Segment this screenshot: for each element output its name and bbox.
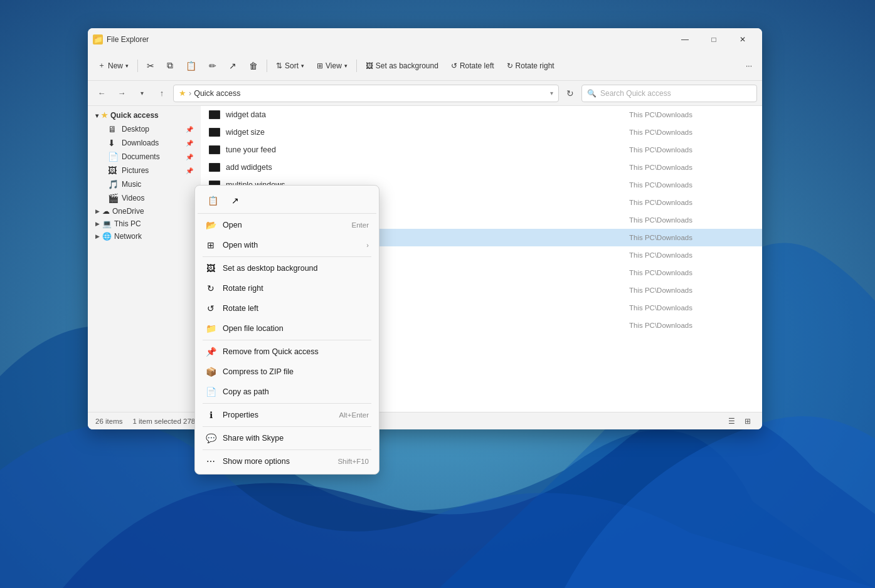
list-view-icon[interactable]: ☰ [724,414,738,428]
file-item[interactable]: widget sizeThis PC\Downloads [201,123,762,141]
file-item[interactable]: add wdidgetsThis PC\Downloads [201,159,762,176]
close-button[interactable]: ✕ [728,28,757,51]
ctx-separator [203,449,371,450]
delete-button[interactable]: 🗑 [244,56,263,76]
ctx-menu-item-remove-from-quick-access[interactable]: 📌Remove from Quick access [198,342,376,362]
paste-button[interactable]: 📋 [181,56,201,76]
cut-button[interactable]: ✂ [142,56,159,76]
refresh-icon: ↻ [566,88,574,98]
sidebar-item-downloads[interactable]: ⬇ Downloads 📌 [90,136,198,150]
ctx-menu-item-open-file-location[interactable]: 📁Open file location [198,318,376,339]
more-options-button[interactable]: ··· [741,56,757,76]
file-location: This PC\Downloads [629,216,755,224]
svg-rect-6 [209,146,220,154]
pictures-label: Pictures [122,166,149,175]
share-button[interactable]: ↗ [224,56,241,76]
file-icon [208,161,221,174]
maximize-button[interactable]: □ [699,28,728,51]
sidebar: ▾ ★ Quick access 🖥 Desktop 📌 ⬇ Downloads… [88,106,201,412]
ctx-menu-item-compress-to-zip-file[interactable]: 📦Compress to ZIP file [198,362,376,382]
sort-button[interactable]: ⇅ Sort ▾ [271,56,309,76]
share-icon: ↗ [229,61,236,71]
rotate-left-button[interactable]: ↺ Rotate left [446,56,499,76]
ctx-menu-item-properties[interactable]: ℹPropertiesAlt+Enter [198,405,376,425]
ctx-menu-item-open-with[interactable]: ⊞Open with› [198,235,376,255]
sidebar-onedrive[interactable]: ▶ ☁ OneDrive [90,205,198,218]
ctx-menu-item-show-more-options[interactable]: ⋯Show more optionsShift+F10 [198,451,376,471]
view-toggle: ☰ ⊞ [724,414,755,428]
svg-rect-4 [209,129,220,136]
sidebar-item-documents[interactable]: 📄 Documents 📌 [90,150,198,164]
ctx-item-label: Open with [223,241,258,249]
forward-button[interactable]: → [113,85,130,102]
view-button[interactable]: ⊞ View ▾ [312,56,353,76]
sidebar-thispc[interactable]: ▶ 💻 This PC [90,218,198,230]
quick-access-chevron: ▾ [95,112,98,119]
set-background-button[interactable]: 🖼 Set as background [361,56,443,76]
delete-icon: 🗑 [249,61,258,71]
ctx-item-label: Show more options [223,457,290,466]
set-bg-icon: 🖼 [366,61,373,70]
ctx-menu-item-rotate-left[interactable]: ↺Rotate left [198,298,376,318]
ctx-copy-button[interactable]: 📋 [203,191,223,211]
rotate-right-button[interactable]: ↻ Rotate right [502,56,559,76]
recent-button[interactable]: ▾ [133,85,151,102]
view-dropdown: ▾ [344,63,347,69]
refresh-button[interactable]: ↻ [561,85,579,102]
ctx-item-icon: 📦 [205,366,216,377]
new-label: New [108,61,123,70]
address-path[interactable]: ★ › Quick access ▾ [173,85,559,102]
file-location: This PC\Downloads [629,269,755,276]
rotate-left-icon: ↺ [451,61,457,70]
cut-icon: ✂ [147,61,154,71]
file-icon [208,126,221,139]
ctx-item-icon: 📌 [205,346,216,357]
sidebar-item-pictures[interactable]: 🖼 Pictures 📌 [90,164,198,177]
search-box[interactable]: 🔍 Search Quick access [581,85,757,102]
path-dropdown: ▾ [550,90,553,97]
file-name: widget data [226,110,629,119]
ctx-item-icon: 📁 [205,323,216,334]
file-location: This PC\Downloads [629,129,755,136]
quick-access-star: ★ [101,111,108,120]
ctx-menu-item-rotate-right[interactable]: ↻Rotate right [198,278,376,298]
ctx-menu-item-open[interactable]: 📂OpenEnter [198,215,376,235]
ctx-share-icon: ↗ [231,196,239,206]
ctx-menu-item-share-with-skype[interactable]: 💬Share with Skype [198,428,376,448]
ctx-item-icon: 📂 [205,219,216,231]
up-button[interactable]: ↑ [153,85,171,102]
file-item[interactable]: tune your feedThis PC\Downloads [201,141,762,159]
rename-button[interactable]: ✏ [204,56,221,76]
file-item[interactable]: widget dataThis PC\Downloads [201,106,762,123]
pin-icon-pictures: 📌 [186,167,193,174]
copy-button[interactable]: ⧉ [162,56,178,76]
ctx-share-button[interactable]: ↗ [225,191,245,211]
sidebar-quick-access-header[interactable]: ▾ ★ Quick access [90,108,198,122]
set-bg-label: Set as background [376,61,438,70]
copy-icon: ⧉ [167,60,173,71]
ctx-menu-item-set-as-desktop-background[interactable]: 🖼Set as desktop background [198,258,376,278]
thispc-label: This PC [114,219,141,228]
grid-view-icon[interactable]: ⊞ [741,414,755,428]
ctx-item-label: Remove from Quick access [223,347,319,356]
sort-label: Sort [285,61,299,70]
file-icon [208,108,221,121]
star-icon: ★ [179,88,186,98]
sidebar-item-videos[interactable]: 🎬 Videos [90,191,198,205]
file-icon [208,144,221,156]
file-name: widget size [226,128,629,137]
sidebar-item-desktop[interactable]: 🖥 Desktop 📌 [90,122,198,136]
toolbar-sep-3 [356,60,357,72]
sidebar-network[interactable]: ▶ 🌐 Network [90,230,198,243]
ctx-item-icon: ℹ [205,409,216,421]
file-location: This PC\Downloads [629,322,755,329]
explorer-window: 📁 File Explorer — □ ✕ ＋ New ▾ ✂ ⧉ 📋 ✏ ↗ [88,28,762,429]
content-area: ▾ ★ Quick access 🖥 Desktop 📌 ⬇ Downloads… [88,106,762,412]
ctx-menu-item-copy-as-path[interactable]: 📄Copy as path [198,382,376,402]
pin-icon-downloads: 📌 [186,140,193,147]
ctx-item-shortcut: Shift+F10 [337,458,369,465]
sidebar-item-music[interactable]: 🎵 Music [90,177,198,191]
minimize-button[interactable]: — [671,28,699,51]
new-button[interactable]: ＋ New ▾ [93,56,134,76]
back-button[interactable]: ← [93,85,110,102]
